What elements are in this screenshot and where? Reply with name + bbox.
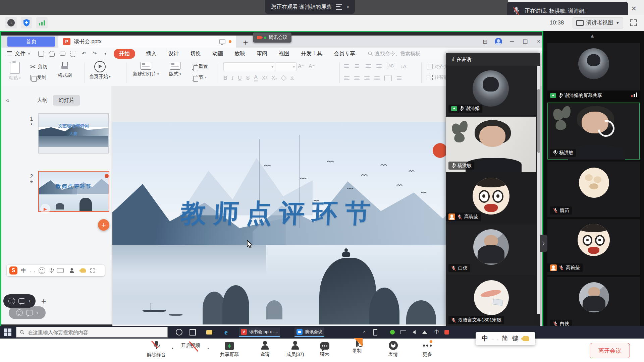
bullet-list-button[interactable] bbox=[344, 64, 350, 68]
collapse-chevron-icon[interactable]: ‹ bbox=[29, 298, 31, 304]
banner-caret-icon[interactable]: ▾ bbox=[347, 5, 349, 9]
strike-button[interactable]: S bbox=[246, 75, 250, 81]
sidebar-tile-yanghongmin[interactable]: 杨洪敏 bbox=[547, 103, 640, 160]
line-spacing-button[interactable] bbox=[396, 76, 402, 80]
task-view-icon[interactable] bbox=[188, 327, 197, 337]
mic-options-caret[interactable]: ▴ bbox=[172, 346, 173, 350]
quickbar-more-icon[interactable]: ▾ bbox=[102, 50, 109, 57]
emoji-picker-icon[interactable] bbox=[39, 267, 45, 274]
meeting-mini-pill[interactable]: 腾讯会议 bbox=[253, 33, 291, 43]
tab-view[interactable]: 视图 bbox=[278, 49, 290, 59]
export-icon[interactable] bbox=[48, 50, 55, 57]
sidebar-tile-weimiao[interactable]: 魏苗 bbox=[547, 162, 640, 217]
command-search[interactable]: 查找命令、搜索模板 bbox=[368, 51, 420, 57]
paste-button[interactable]: 粘贴▾ bbox=[9, 62, 21, 81]
start-video-button[interactable]: 开启视频 bbox=[175, 341, 206, 349]
invite-button[interactable]: 邀请 bbox=[250, 341, 280, 358]
font-name-select[interactable]: ▾ bbox=[223, 62, 275, 71]
ime-simplified[interactable]: 简 bbox=[502, 334, 508, 343]
skin-glove-icon[interactable] bbox=[80, 268, 86, 273]
speaker-tile-gaowanying[interactable]: 高琬莹 bbox=[446, 174, 536, 223]
members-button[interactable]: 成员(37) bbox=[280, 341, 311, 358]
cortana-icon[interactable] bbox=[174, 327, 184, 337]
ime-lang-toggle[interactable]: 中 bbox=[21, 267, 26, 274]
profile-stats-icon[interactable] bbox=[69, 268, 74, 273]
align-right-button[interactable] bbox=[364, 76, 370, 80]
info-button[interactable]: i bbox=[5, 17, 17, 28]
bold-button[interactable]: B bbox=[223, 75, 227, 81]
speaker-panel-scrollbar[interactable] bbox=[537, 66, 540, 314]
taskbar-meeting-item[interactable]: 腾讯会议 bbox=[294, 327, 324, 337]
more-button[interactable]: 更多 bbox=[412, 341, 443, 358]
unmute-button[interactable]: 解除静音 bbox=[141, 341, 172, 358]
tab-home[interactable]: 开始 bbox=[114, 49, 135, 59]
network-quality-button[interactable] bbox=[36, 17, 48, 28]
text-direction-button[interactable]: ↓A bbox=[400, 63, 407, 69]
account-avatar[interactable] bbox=[492, 37, 505, 47]
record-button[interactable]: 录制 bbox=[341, 341, 372, 354]
play-from-current-button[interactable]: 当页开始▾ bbox=[89, 61, 111, 80]
tab-developer[interactable]: 开发工具 bbox=[300, 49, 323, 59]
ime-keyboard[interactable]: 键 bbox=[512, 334, 519, 343]
video-options-caret[interactable]: ▴ bbox=[207, 346, 209, 350]
increase-indent-button[interactable] bbox=[376, 64, 382, 68]
collapse-panel-icon[interactable]: « bbox=[6, 97, 9, 104]
skin-glove-icon[interactable] bbox=[523, 336, 529, 341]
italic-button[interactable]: I bbox=[232, 75, 233, 81]
banner-menu-icon[interactable] bbox=[336, 4, 342, 10]
close-icon[interactable]: × bbox=[631, 4, 636, 13]
file-explorer-icon[interactable] bbox=[205, 327, 214, 337]
shrink-font-button[interactable]: A⁻ bbox=[309, 63, 315, 69]
fullscreen-icon[interactable] bbox=[630, 19, 637, 26]
sidebar-tile-share[interactable]: 谢沛娟的屏幕共享 bbox=[547, 43, 640, 101]
wps-document-tab[interactable]: P 读书会.pptx bbox=[58, 36, 236, 48]
reaction-bubble-dark[interactable]: ‹ bbox=[3, 294, 36, 308]
grow-font-button[interactable]: A⁺ bbox=[298, 63, 304, 69]
volume-icon[interactable] bbox=[409, 327, 419, 337]
reactions-button[interactable]: 表情 bbox=[378, 341, 409, 358]
tab-slideshow[interactable]: 放映 bbox=[234, 49, 246, 59]
sogou-toolbar[interactable]: S 中 。, bbox=[7, 265, 105, 276]
tab-insert[interactable]: 插入 bbox=[145, 49, 157, 59]
security-button[interactable] bbox=[21, 17, 32, 28]
speaker-tile-yanghongmin[interactable]: 杨洪敏 bbox=[446, 117, 536, 172]
bubble-plus-icon[interactable]: ＋ bbox=[40, 296, 48, 306]
ime-popup[interactable]: 中 。, 简 键 bbox=[476, 332, 535, 345]
add-slide-floating-button[interactable]: ＋ bbox=[98, 219, 109, 231]
phone-icon[interactable] bbox=[370, 327, 380, 337]
font-color-button[interactable]: A bbox=[254, 74, 258, 81]
ime-punct-toggle[interactable]: 。, bbox=[30, 268, 35, 274]
tray-expand-icon[interactable]: ^ bbox=[360, 327, 369, 337]
layout-button[interactable]: 版式▾ bbox=[169, 62, 181, 77]
decrease-indent-button[interactable] bbox=[366, 64, 371, 68]
cut-button[interactable]: 剪切 bbox=[30, 64, 47, 70]
split-view-icon[interactable]: ⊟ bbox=[478, 37, 492, 47]
share-screen-button[interactable]: 共享屏幕 bbox=[214, 341, 245, 358]
collapse-chevron-icon[interactable]: ‹ bbox=[36, 310, 38, 316]
justify-button[interactable] bbox=[374, 76, 380, 80]
view-mode-dropdown[interactable]: 演讲者视图 ▼ bbox=[573, 17, 623, 28]
slide-editor[interactable]: 教师点评环节 bbox=[112, 122, 446, 334]
copy-button[interactable]: 复制 bbox=[30, 74, 46, 80]
align-center-button[interactable] bbox=[354, 76, 360, 80]
slide-thumbnail-1[interactable]: 文艺理论与诗词 大赛 bbox=[38, 113, 109, 154]
network-icon[interactable] bbox=[420, 327, 429, 337]
reaction-bubble-light[interactable]: ‹ bbox=[9, 306, 46, 319]
battery-icon[interactable] bbox=[398, 327, 408, 337]
sidebar-tile-baixia[interactable]: 白侠 bbox=[547, 277, 640, 330]
ime-lang-indicator[interactable]: 中 bbox=[432, 327, 441, 337]
new-tab-button[interactable]: ＋ bbox=[241, 37, 250, 48]
format-painter-button[interactable]: 格式刷 bbox=[58, 62, 72, 78]
slide-title-text[interactable]: 教师点评环节 bbox=[158, 196, 400, 231]
tab-transition[interactable]: 切换 bbox=[190, 49, 202, 59]
speaker-tile-xiepeijuan[interactable]: 谢沛娟 bbox=[446, 66, 536, 115]
sidebar-tile-gaowanying[interactable]: 高琬莹 bbox=[547, 219, 640, 275]
distribute-button[interactable] bbox=[384, 75, 392, 81]
sogou-tray-icon[interactable] bbox=[442, 327, 451, 337]
reset-button[interactable]: 重置 bbox=[192, 64, 208, 70]
taskbar-search-input[interactable] bbox=[27, 329, 164, 336]
clear-format-icon[interactable] bbox=[281, 75, 286, 81]
redo-icon[interactable]: ↷ bbox=[91, 50, 98, 57]
edge-icon[interactable]: e bbox=[221, 327, 231, 337]
font-size-select[interactable]: ▾ bbox=[275, 62, 297, 71]
